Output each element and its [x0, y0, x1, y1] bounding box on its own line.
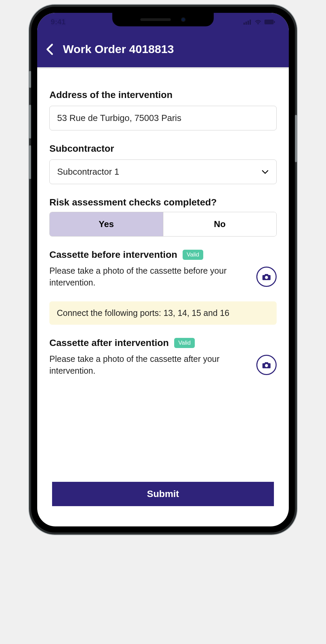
- svg-point-7: [265, 364, 268, 367]
- form-content: Address of the intervention Subcontracto…: [37, 69, 289, 476]
- svg-rect-1: [246, 22, 247, 25]
- risk-label: Risk assessment checks completed?: [49, 197, 277, 208]
- cassette-before-desc: Please take a photo of the cassette befo…: [49, 265, 250, 289]
- cassette-after-desc: Please take a photo of the cassette afte…: [49, 353, 250, 377]
- status-time: 9:41: [51, 18, 66, 26]
- svg-rect-5: [274, 21, 275, 23]
- risk-option-yes[interactable]: Yes: [50, 212, 163, 236]
- side-button-power: [295, 115, 297, 162]
- subcontractor-field: Subcontractor Subcontractor 1: [49, 143, 277, 184]
- footer: Submit: [37, 476, 289, 526]
- phone-screen: 9:41 Work Order 4018813 Address of the i…: [37, 13, 289, 526]
- address-label: Address of the intervention: [49, 90, 277, 100]
- address-field: Address of the intervention: [49, 90, 277, 130]
- submit-button[interactable]: Submit: [52, 482, 274, 506]
- cassette-before-row: Please take a photo of the cassette befo…: [49, 265, 277, 289]
- app-header: Work Order 4018813: [37, 31, 289, 67]
- cassette-after-label: Cassette after intervention: [49, 338, 169, 348]
- side-button-mute: [29, 71, 31, 88]
- svg-point-6: [265, 276, 268, 279]
- camera-icon: [262, 361, 271, 369]
- cassette-before-label: Cassette before intervention: [49, 249, 177, 260]
- svg-rect-3: [250, 20, 251, 25]
- address-input[interactable]: [49, 106, 277, 130]
- side-button-vol-down: [29, 145, 31, 179]
- battery-icon: [264, 19, 275, 25]
- chevron-down-icon: [261, 170, 269, 174]
- camera-icon: [262, 273, 271, 280]
- subcontractor-select[interactable]: Subcontractor 1: [49, 159, 277, 184]
- wifi-icon: [254, 19, 262, 25]
- svg-rect-0: [243, 23, 245, 25]
- status-icons: [243, 19, 275, 25]
- cassette-after-row: Please take a photo of the cassette afte…: [49, 353, 277, 377]
- cassette-before-section: Cassette before intervention Valid Pleas…: [49, 249, 277, 289]
- svg-rect-2: [248, 21, 249, 25]
- subcontractor-label: Subcontractor: [49, 143, 277, 154]
- speaker: [140, 18, 171, 21]
- notch: [112, 13, 214, 26]
- cassette-before-camera-button[interactable]: [256, 267, 277, 287]
- cassette-after-header: Cassette after intervention Valid: [49, 338, 277, 348]
- risk-field: Risk assessment checks completed? Yes No: [49, 197, 277, 237]
- svg-rect-4: [264, 20, 274, 24]
- signal-icon: [243, 19, 252, 25]
- front-camera: [181, 17, 186, 22]
- cassette-after-badge: Valid: [174, 338, 195, 348]
- subcontractor-value: Subcontractor 1: [57, 167, 119, 177]
- port-note: Connect the following ports: 13, 14, 15 …: [49, 301, 277, 325]
- risk-toggle: Yes No: [49, 212, 277, 237]
- risk-option-no[interactable]: No: [163, 212, 277, 236]
- cassette-before-header: Cassette before intervention Valid: [49, 249, 277, 260]
- back-button[interactable]: [45, 43, 55, 55]
- phone-frame: 9:41 Work Order 4018813 Address of the i…: [31, 7, 295, 532]
- page-title: Work Order 4018813: [63, 43, 174, 56]
- cassette-after-camera-button[interactable]: [256, 355, 277, 375]
- side-button-vol-up: [29, 105, 31, 139]
- chevron-left-icon: [45, 43, 55, 55]
- cassette-before-badge: Valid: [183, 250, 203, 260]
- cassette-after-section: Cassette after intervention Valid Please…: [49, 338, 277, 377]
